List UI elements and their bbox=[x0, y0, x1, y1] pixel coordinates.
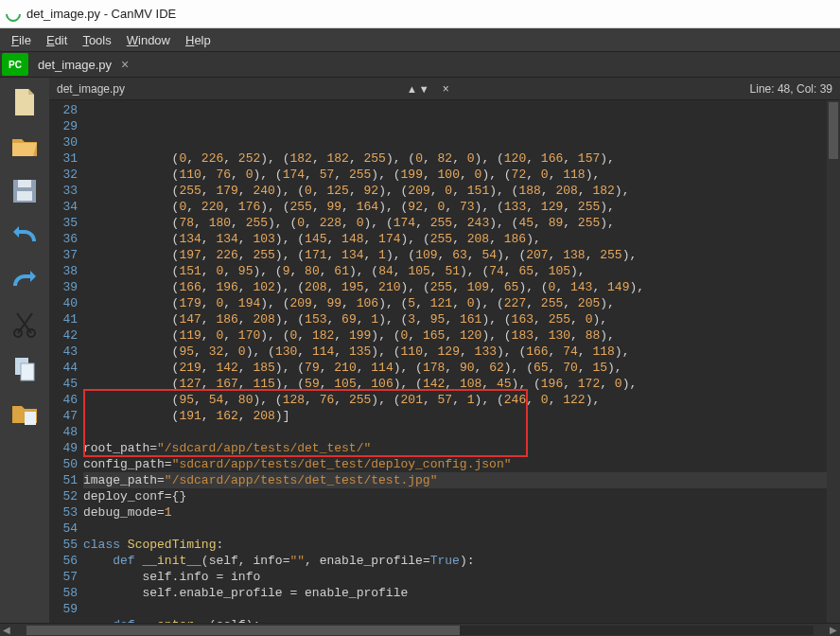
line-number: 53 bbox=[49, 504, 78, 521]
code-line[interactable] bbox=[83, 424, 827, 440]
line-number: 34 bbox=[49, 199, 78, 215]
app-logo-icon bbox=[3, 3, 25, 25]
menu-file[interactable]: File bbox=[4, 31, 39, 49]
svg-rect-6 bbox=[21, 363, 34, 380]
code-line[interactable]: deploy_conf={} bbox=[83, 488, 827, 504]
line-number: 41 bbox=[49, 311, 78, 327]
line-number: 52 bbox=[49, 488, 78, 504]
line-number: 54 bbox=[49, 521, 78, 537]
line-number: 57 bbox=[49, 569, 78, 585]
line-number: 40 bbox=[49, 295, 78, 311]
menu-window[interactable]: Window bbox=[119, 31, 178, 49]
code-line[interactable]: (255, 179, 240), (0, 125, 92), (209, 0, … bbox=[83, 183, 827, 199]
menu-bar: File Edit Tools Window Help bbox=[0, 28, 840, 51]
code-line[interactable]: config_path="sdcard/app/tests/det_test/d… bbox=[83, 456, 827, 472]
line-number: 38 bbox=[49, 263, 78, 279]
code-line[interactable]: def __init__(self, info="", enable_profi… bbox=[83, 553, 827, 569]
code-line[interactable]: (95, 54, 80), (128, 76, 255), (201, 57, … bbox=[83, 392, 827, 408]
line-number: 42 bbox=[49, 327, 78, 344]
scroll-left-icon[interactable]: ◀ bbox=[0, 625, 13, 635]
svg-rect-7 bbox=[25, 412, 36, 425]
tab-close-icon[interactable]: × bbox=[121, 57, 129, 72]
new-file-icon[interactable] bbox=[9, 87, 40, 120]
scroll-track[interactable] bbox=[26, 626, 814, 635]
code-line[interactable]: (219, 142, 185), (79, 210, 114), (178, 9… bbox=[83, 360, 827, 376]
code-line[interactable]: self.enable_profile = enable_profile bbox=[83, 585, 827, 601]
code-line[interactable]: (166, 196, 102), (208, 195, 210), (255, … bbox=[83, 279, 827, 295]
line-number: 39 bbox=[49, 279, 78, 295]
open-folder-icon[interactable] bbox=[9, 132, 40, 165]
code-line[interactable]: (127, 167, 115), (59, 105, 106), (142, 1… bbox=[83, 376, 827, 392]
code-line[interactable]: (191, 162, 208)] bbox=[83, 408, 827, 424]
code-line[interactable]: debug_mode=1 bbox=[83, 504, 827, 521]
tab-label: det_image.py bbox=[38, 58, 112, 72]
paste-folder-icon[interactable] bbox=[9, 398, 40, 432]
document-tab-bar: PC det_image.py × bbox=[0, 51, 840, 78]
line-number: 58 bbox=[49, 585, 78, 601]
line-number: 31 bbox=[49, 150, 78, 167]
editor-close-icon[interactable]: × bbox=[443, 82, 449, 96]
code-line[interactable]: (0, 226, 252), (182, 182, 255), (0, 82, … bbox=[83, 150, 827, 167]
line-number: 43 bbox=[49, 344, 78, 360]
code-lines[interactable]: (0, 226, 252), (182, 182, 255), (0, 82, … bbox=[83, 100, 827, 623]
code-line[interactable]: (197, 226, 255), (171, 134, 1), (109, 63… bbox=[83, 247, 827, 263]
editor-header: det_image.py ▲▼ × Line: 48, Col: 39 bbox=[49, 78, 840, 100]
code-line[interactable]: (134, 134, 103), (145, 148, 174), (255, … bbox=[83, 231, 827, 247]
code-line[interactable]: (78, 180, 255), (0, 228, 0), (174, 255, … bbox=[83, 215, 827, 231]
title-bar: det_image.py - CanMV IDE bbox=[0, 0, 840, 28]
save-icon[interactable] bbox=[9, 176, 40, 209]
line-number: 37 bbox=[49, 247, 78, 263]
home-button[interactable]: PC bbox=[2, 53, 28, 76]
line-number: 45 bbox=[49, 376, 78, 392]
line-number: 32 bbox=[49, 167, 78, 183]
scroll-right-icon[interactable]: ▶ bbox=[827, 625, 840, 635]
line-number: 35 bbox=[49, 215, 78, 231]
code-line[interactable]: (95, 32, 0), (130, 114, 135), (110, 129,… bbox=[83, 344, 827, 360]
menu-tools[interactable]: Tools bbox=[75, 31, 118, 49]
document-tab[interactable]: det_image.py × bbox=[30, 52, 136, 77]
copy-icon[interactable] bbox=[9, 354, 40, 387]
vertical-scrollbar[interactable] bbox=[827, 100, 840, 623]
code-line[interactable]: def __enter__(self): bbox=[83, 617, 827, 623]
line-number: 29 bbox=[49, 118, 78, 134]
code-line[interactable]: class ScopedTiming: bbox=[83, 537, 827, 553]
window-title: det_image.py - CanMV IDE bbox=[26, 7, 176, 21]
code-line[interactable] bbox=[83, 521, 827, 537]
code-line[interactable]: (0, 220, 176), (255, 99, 164), (92, 0, 7… bbox=[83, 199, 827, 215]
line-number: 49 bbox=[49, 440, 78, 456]
split-arrows-icon[interactable]: ▲▼ bbox=[407, 83, 431, 95]
code-line[interactable]: (119, 0, 170), (0, 182, 199), (0, 165, 1… bbox=[83, 327, 827, 344]
menu-help[interactable]: Help bbox=[178, 31, 219, 49]
line-number: 56 bbox=[49, 553, 78, 569]
line-number: 36 bbox=[49, 231, 78, 247]
line-number: 59 bbox=[49, 601, 78, 617]
code-line[interactable]: (147, 186, 208), (153, 69, 1), (3, 95, 1… bbox=[83, 311, 827, 327]
line-gutter: 2829303132333435363738394041424344454647… bbox=[49, 100, 83, 623]
code-line[interactable]: (110, 76, 0), (174, 57, 255), (199, 100,… bbox=[83, 167, 827, 183]
code-line[interactable] bbox=[83, 601, 827, 617]
code-line[interactable]: (179, 0, 194), (209, 99, 106), (5, 121, … bbox=[83, 295, 827, 311]
line-number: 50 bbox=[49, 456, 78, 472]
line-number: 44 bbox=[49, 360, 78, 376]
line-number: 51 bbox=[49, 472, 78, 488]
scroll-thumb[interactable] bbox=[26, 626, 460, 635]
svg-rect-1 bbox=[18, 180, 31, 187]
left-toolbar bbox=[0, 78, 49, 623]
code-line[interactable]: (151, 0, 95), (9, 80, 61), (84, 105, 51)… bbox=[83, 263, 827, 279]
undo-icon[interactable] bbox=[9, 221, 40, 254]
code-line[interactable]: self.info = info bbox=[83, 569, 827, 585]
code-pane[interactable]: 2829303132333435363738394041424344454647… bbox=[49, 100, 840, 623]
line-number: 55 bbox=[49, 537, 78, 553]
line-number: 47 bbox=[49, 408, 78, 424]
menu-edit[interactable]: Edit bbox=[39, 31, 75, 49]
cursor-status: Line: 48, Col: 39 bbox=[750, 82, 832, 96]
horizontal-scrollbar[interactable]: ◀ ▶ bbox=[0, 623, 840, 636]
code-line[interactable]: image_path="/sdcard/app/tests/det_test/t… bbox=[83, 472, 827, 488]
line-number: 46 bbox=[49, 392, 78, 408]
editor-filename: det_image.py bbox=[57, 82, 125, 96]
code-line[interactable]: root_path="/sdcard/app/tests/det_test/" bbox=[83, 440, 827, 456]
cut-icon[interactable] bbox=[9, 309, 40, 343]
scroll-thumb[interactable] bbox=[829, 102, 838, 159]
redo-icon[interactable] bbox=[9, 265, 40, 298]
svg-rect-2 bbox=[17, 191, 32, 201]
